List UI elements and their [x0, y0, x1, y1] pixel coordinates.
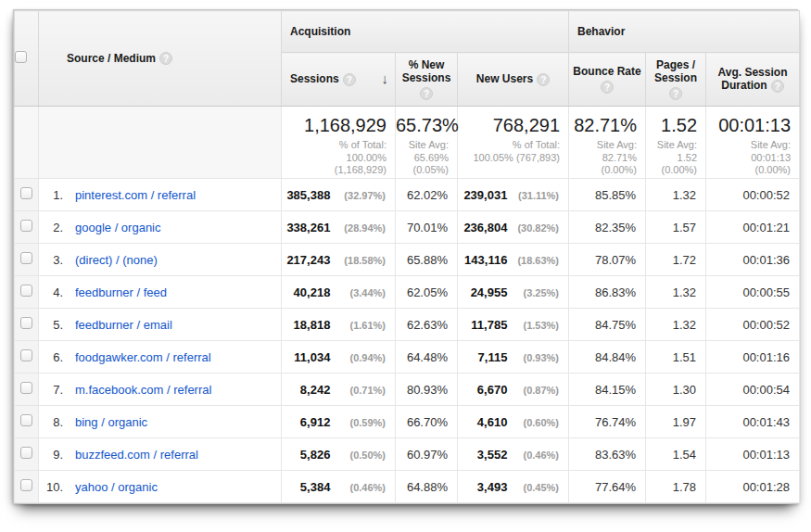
help-icon[interactable]: ? — [669, 87, 682, 100]
new-sessions-cell: 62.63% — [396, 309, 458, 341]
source-medium-cell: 8. bing / organic — [39, 406, 282, 438]
row-checkbox[interactable] — [20, 349, 32, 361]
new-sessions-cell: 60.97% — [396, 438, 458, 471]
bounce-rate-cell: 84.75% — [569, 309, 646, 341]
acquisition-label: Acquisition — [282, 25, 568, 38]
help-icon[interactable]: ? — [771, 80, 784, 93]
total-sessions: 1,168,929 % of Total:100.00%(1,168,929) — [282, 107, 396, 179]
column-header-session-duration[interactable]: Avg. Session Duration? — [706, 53, 800, 107]
pages-session-cell: 1.32 — [646, 276, 706, 309]
row-checkbox[interactable] — [20, 479, 32, 491]
sessions-cell: 40,218 (3.44%) — [282, 276, 396, 309]
pages-session-cell: 1.54 — [646, 438, 706, 471]
new-users-cell: 3,493 (0.45%) — [458, 471, 569, 503]
row-checkbox[interactable] — [20, 317, 32, 329]
column-header-pages-session[interactable]: Pages / Session ? — [646, 53, 706, 107]
help-icon[interactable]: ? — [601, 81, 614, 94]
row-checkbox[interactable] — [20, 220, 32, 232]
sessions-cell: 6,912 (0.59%) — [282, 406, 396, 438]
source-medium-link[interactable]: feedburner / email — [75, 318, 172, 332]
sessions-label: Sessions — [290, 72, 339, 85]
new-sessions-cell: 66.70% — [396, 406, 458, 438]
new-sessions-cell: 65.88% — [396, 244, 458, 276]
table-row: 2. google / organic 338,261 (28.94%) 70.… — [15, 211, 800, 244]
new-users-cell: 4,610 (0.60%) — [458, 406, 569, 438]
table-row: 10. yahoo / organic 5,384 (0.46%) 64.88%… — [15, 471, 800, 503]
source-medium-link[interactable]: feedburner / feed — [75, 285, 167, 299]
table-row: 5. feedburner / email 18,818 (1.61%) 62.… — [15, 309, 800, 341]
select-all-checkbox[interactable] — [15, 51, 27, 63]
bounce-rate-cell: 84.15% — [569, 374, 646, 406]
row-rank: 1. — [39, 188, 63, 202]
row-checkbox[interactable] — [20, 187, 32, 199]
row-checkbox[interactable] — [20, 382, 32, 394]
help-icon[interactable]: ? — [343, 73, 356, 86]
source-medium-cell: 3. (direct) / (none) — [39, 244, 282, 276]
bounce-rate-label: Bounce Rate — [573, 65, 640, 78]
new-users-cell: 236,804 (30.82%) — [458, 211, 569, 244]
bounce-rate-cell: 84.84% — [569, 341, 646, 374]
column-header-new-users[interactable]: New Users? — [458, 53, 569, 107]
sort-descending-icon[interactable]: ↓ — [382, 72, 389, 85]
session-duration-cell: 00:01:28 — [706, 471, 800, 503]
row-rank: 4. — [39, 285, 63, 299]
source-medium-link[interactable]: buzzfeed.com / referral — [75, 448, 198, 462]
source-medium-cell: 9. buzzfeed.com / referral — [39, 438, 282, 471]
total-new-sessions: 65.73% Site Avg:65.69%(0.05%) — [396, 107, 458, 179]
new-users-cell: 143,116 (18.63%) — [458, 244, 569, 276]
help-icon[interactable]: ? — [159, 52, 172, 65]
pages-session-label: Pages / Session — [654, 58, 697, 84]
help-icon[interactable]: ? — [537, 73, 550, 86]
row-checkbox[interactable] — [20, 252, 32, 264]
source-medium-link[interactable]: yahoo / organic — [75, 480, 158, 494]
source-medium-cell: 7. m.facebook.com / referral — [39, 374, 282, 406]
group-header-row: Source / Medium? Acquisition Behavior — [15, 11, 800, 53]
totals-checkbox-cell — [15, 107, 39, 179]
pages-session-cell: 1.97 — [646, 406, 706, 438]
sessions-cell: 217,243 (18.58%) — [282, 244, 396, 276]
session-duration-cell: 00:00:52 — [706, 309, 800, 341]
source-medium-link[interactable]: google / organic — [75, 221, 161, 234]
select-all-header-cell — [15, 11, 39, 107]
row-rank: 3. — [39, 253, 63, 267]
source-medium-cell: 5. feedburner / email — [39, 309, 282, 341]
row-rank: 9. — [39, 448, 63, 462]
total-pages-session: 1.52 Site Avg:1.52(0.00%) — [646, 107, 706, 179]
sessions-cell: 5,826 (0.50%) — [282, 438, 396, 471]
total-bounce-rate: 82.71% Site Avg:82.71%(0.00%) — [569, 107, 646, 179]
source-medium-link[interactable]: (direct) / (none) — [75, 253, 158, 267]
help-icon[interactable]: ? — [420, 87, 433, 100]
bounce-rate-cell: 82.35% — [569, 211, 646, 244]
new-users-cell: 7,115 (0.93%) — [458, 341, 569, 374]
row-checkbox[interactable] — [20, 447, 32, 459]
table-row: 1. pinterest.com / referral 385,388 (32.… — [15, 179, 800, 211]
row-checkbox[interactable] — [20, 414, 32, 426]
source-medium-cell: 10. yahoo / organic — [39, 471, 282, 503]
new-sessions-cell: 64.48% — [396, 341, 458, 374]
source-medium-link[interactable]: m.facebook.com / referral — [75, 383, 211, 397]
column-header-new-sessions[interactable]: % New Sessions ? — [396, 53, 458, 107]
bounce-rate-cell: 86.83% — [569, 276, 646, 309]
pages-session-cell: 1.78 — [646, 471, 706, 503]
column-header-bounce-rate[interactable]: Bounce Rate ? — [569, 53, 646, 107]
column-header-sessions[interactable]: Sessions? ↓ — [282, 53, 396, 107]
source-medium-cell: 2. google / organic — [39, 211, 282, 244]
row-checkbox[interactable] — [20, 285, 32, 297]
group-acquisition: Acquisition — [282, 11, 569, 53]
pages-session-cell: 1.32 — [646, 309, 706, 341]
source-medium-link[interactable]: foodgawker.com / referral — [75, 350, 211, 364]
sessions-cell: 11,034 (0.94%) — [282, 341, 396, 374]
session-duration-cell: 00:01:16 — [706, 341, 800, 374]
bounce-rate-cell: 76.74% — [569, 406, 646, 438]
source-medium-link[interactable]: pinterest.com / referral — [75, 188, 196, 202]
source-medium-cell: 4. feedburner / feed — [39, 276, 282, 309]
analytics-report-table: Source / Medium? Acquisition Behavior Se… — [13, 9, 798, 504]
totals-source-cell — [39, 107, 282, 179]
source-medium-cell: 6. foodgawker.com / referral — [39, 341, 282, 374]
pages-session-cell: 1.51 — [646, 341, 706, 374]
source-medium-label: Source / Medium — [67, 52, 156, 65]
source-medium-header[interactable]: Source / Medium? — [39, 11, 282, 107]
bounce-rate-cell: 83.63% — [569, 438, 646, 471]
source-medium-link[interactable]: bing / organic — [75, 415, 147, 429]
session-duration-cell: 00:00:55 — [706, 276, 800, 309]
